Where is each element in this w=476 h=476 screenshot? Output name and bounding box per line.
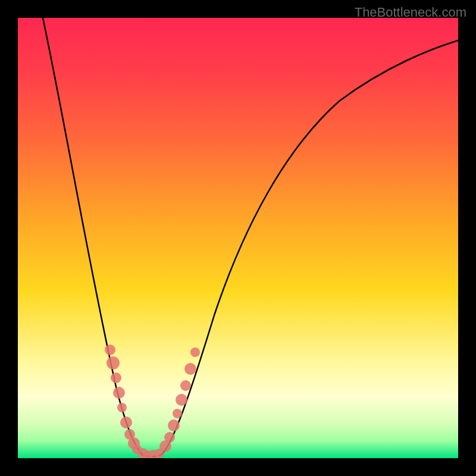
chart-plot-area	[18, 18, 458, 458]
curve-marker	[190, 347, 200, 357]
curve-marker	[111, 372, 121, 383]
curve-marker	[164, 432, 175, 443]
watermark-text: TheBottleneck.com	[355, 5, 466, 20]
curve-marker	[113, 387, 125, 399]
curve-marker	[173, 409, 182, 418]
curve-marker	[105, 345, 115, 355]
curve-marker	[168, 419, 180, 431]
curve-marker	[107, 356, 120, 369]
curve-marker	[180, 380, 191, 391]
curve-marker	[120, 416, 132, 428]
curve-marker	[184, 363, 196, 375]
curve-marker	[176, 394, 187, 406]
curve-marker	[117, 403, 127, 412]
chart-curve-layer	[18, 18, 458, 458]
marker-group	[105, 345, 200, 458]
bottleneck-curve	[43, 18, 458, 456]
